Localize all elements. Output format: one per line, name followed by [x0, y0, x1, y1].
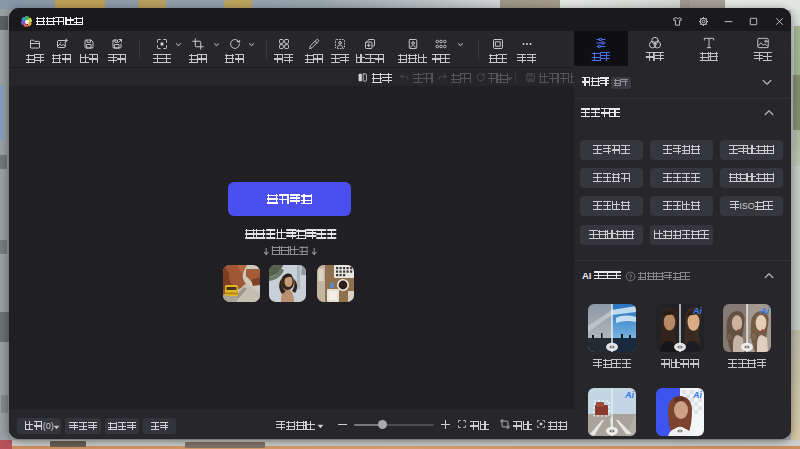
svg-text:Ai: Ai	[692, 306, 702, 316]
svg-text:Ai: Ai	[759, 306, 769, 316]
svg-text:Ai: Ai	[624, 390, 634, 400]
svg-text:Ai: Ai	[692, 390, 702, 400]
